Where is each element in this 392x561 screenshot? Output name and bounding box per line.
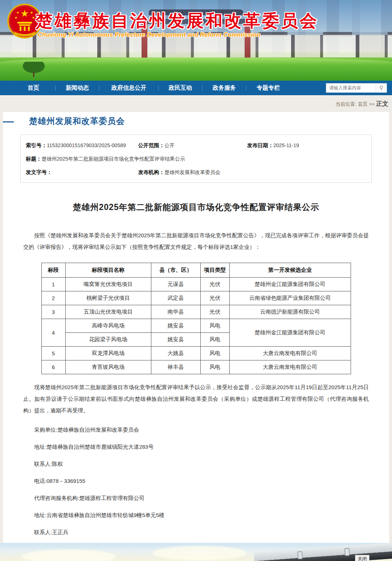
cell-project: 高峰寺风电场	[65, 319, 151, 332]
cell-company: 云南德沪新能源有限公司	[229, 305, 351, 319]
cell-segment: 3	[41, 305, 65, 319]
meta-empty	[247, 169, 366, 176]
nav-items: 首页 新闻动态 政府信息公开 政民互动 政务服务 专题专栏	[0, 81, 326, 95]
nav-divider	[55, 85, 56, 91]
cell-county: 禄丰县	[151, 360, 200, 374]
col-header-county: 县（市、区）	[151, 263, 200, 277]
cell-county: 元谋县	[151, 277, 200, 291]
table-row: 5 双龙潭风电场 大姚县 风电 大唐云南发电有限公司	[41, 346, 351, 360]
meta-agency: 发布机构：楚雄州发展和改革委员会	[138, 169, 247, 176]
breadcrumb-home-link[interactable]: 首页	[358, 101, 368, 107]
meta-index-label: 索引号：	[26, 142, 47, 148]
cell-project: 桃树梁子光伏项目	[65, 291, 151, 305]
search-icon[interactable]: ⚲	[376, 84, 387, 92]
svg-text:★: ★	[32, 16, 35, 20]
article-paragraph-closing: 现将楚雄州2025年第二批新能源项目市场化竞争性配置评审结果予以公示，接受社会监…	[23, 382, 369, 417]
breadcrumb-label: 当前位置:	[335, 101, 356, 107]
breadcrumb-separator: >>	[369, 101, 375, 107]
breadcrumb-current: 正文	[376, 100, 388, 107]
meta-row: 索引号：115323000151679033/2025-00589 公开范围：公…	[26, 142, 366, 149]
nav-divider	[99, 85, 99, 91]
nav-item-interaction[interactable]: 政民互动	[161, 84, 200, 92]
cell-county: 姚安县	[151, 332, 200, 346]
svg-text:★: ★	[30, 11, 33, 15]
meta-scope: 公开范围：公开	[138, 142, 247, 149]
meta-row: 发文字号： 发布机构：楚雄州发展和改革委员会	[26, 169, 366, 176]
cell-type: 风电	[200, 346, 229, 360]
meta-scope-label: 公开范围：	[138, 142, 165, 148]
svg-text:★: ★	[15, 16, 18, 20]
article: 楚雄州2025年第二批新能源项目市场化竞争性配置评审结果公示 按照《楚雄州发展和…	[3, 202, 389, 561]
footer-cloud	[152, 546, 247, 560]
meta-date-value: 2025-11-19	[273, 142, 299, 148]
cell-segment: 5	[41, 346, 65, 360]
breadcrumb: 当前位置: 首页 >> 正文	[335, 100, 388, 108]
cell-project: 双龙潭风电场	[65, 346, 151, 360]
cell-project: 五顶山光伏发电项目	[65, 305, 151, 319]
meta-date-label: 发布日期：	[247, 142, 274, 148]
nav-item-home[interactable]: 首页	[14, 84, 53, 92]
document-meta-box: 索引号：115323000151679033/2025-00589 公开范围：公…	[20, 134, 372, 183]
main-nav: 首页 新闻动态 政府信息公开 政民互动 政务服务 专题专栏 ⚲	[0, 81, 392, 95]
cell-company: 大唐云南发电有限公司	[229, 360, 351, 374]
contact-person-1: 联系人:陈权	[23, 461, 369, 468]
table-row: 6 青苔坡风电场 禄丰县 风电 大唐云南发电有限公司	[41, 360, 351, 374]
nav-item-gov-info[interactable]: 政府信息公开	[102, 84, 156, 92]
cell-segment: 6	[41, 360, 65, 374]
cell-county: 姚安县	[151, 319, 200, 332]
banner-grass	[0, 57, 392, 81]
meta-docno: 发文字号：	[26, 169, 138, 176]
contact-person-2: 联系人:王正兵	[23, 529, 369, 536]
footer-train-image	[254, 543, 392, 561]
site-banner: ★ ★ ★ ★ ★ 楚雄彝族自治州发展和改革委员会 Chuxiong Yi Au…	[0, 0, 392, 81]
train-door	[297, 551, 303, 560]
table-row: 2 桃树梁子光伏项目 武定县 光伏 云南省绿色能源产业集团有限公司	[41, 291, 351, 305]
meta-title: 标题：楚雄州2025年第二批新能源项目市场化竞争性配置评审结果公示	[26, 156, 366, 162]
meta-date: 发布日期：2025-11-19	[247, 142, 366, 149]
contact-phone-1: 电话:0878－3369155	[23, 478, 369, 485]
nav-item-services[interactable]: 政务服务	[205, 84, 244, 92]
table-row: 4 高峰寺风电场 姚安县 风电 楚雄州金江能源集团有限公司	[41, 319, 351, 332]
meta-title-label: 标题：	[26, 156, 42, 162]
nav-item-news[interactable]: 新闻动态	[58, 84, 97, 92]
contact-block: 采购单位:楚雄彝族自治州发展和改革委员会 地址:楚雄彝族自治州楚雄市鹿城镇阳光大…	[23, 427, 369, 561]
content-panel: 楚雄州发展和改革委员会 索引号：115323000151679033/2025-…	[3, 112, 389, 561]
results-table: 标段 标段项目名称 县（市、区） 项目类型 第一开发候选企业 1 嘴窝箐光伏发电…	[41, 263, 351, 374]
meta-agency-value: 楚雄州发展和改革委员会	[164, 169, 220, 175]
cell-company: 大唐云南发电有限公司	[229, 346, 351, 360]
meta-docno-label: 发文字号：	[26, 169, 52, 175]
cell-company: 楚雄州金江能源集团有限公司	[229, 319, 351, 346]
nav-item-topics[interactable]: 专题专栏	[249, 84, 288, 92]
search-input[interactable]	[326, 84, 376, 92]
cell-company: 云南省绿色能源产业集团有限公司	[229, 291, 351, 305]
nav-divider	[202, 85, 203, 91]
site-title: 楚雄彝族自治州发展和改革委员会	[36, 9, 311, 32]
contact-address-2: 地址:云南省楚雄彝族自治州楚雄市轻纺城9幢5单元5楼	[23, 512, 369, 519]
meta-scope-value: 公开	[164, 142, 175, 148]
meta-index-value: 115323000151679033/2025-00589	[47, 142, 126, 148]
cell-county: 大姚县	[151, 346, 200, 360]
cell-county: 武定县	[151, 291, 200, 305]
table-row: 1 嘴窝箐光伏发电项目 元谋县 光伏 楚雄州金江能源集团有限公司	[41, 277, 351, 291]
footer-cloud	[22, 549, 116, 561]
section-accent-dash	[3, 121, 14, 122]
cell-company: 楚雄州金江能源集团有限公司	[229, 277, 351, 291]
meta-agency-label: 发布机构：	[138, 169, 165, 175]
cell-segment: 1	[41, 277, 65, 291]
close-button[interactable]: 关闭	[355, 555, 369, 561]
nav-divider	[246, 85, 246, 91]
contact-purchaser: 采购单位:楚雄彝族自治州发展和改革委员会	[23, 427, 369, 433]
search-box: ⚲	[326, 83, 387, 93]
cell-project: 嘴窝箐光伏发电项目	[65, 277, 151, 291]
cell-segment: 2	[41, 291, 65, 305]
cell-project: 花园梁子风电场	[65, 332, 151, 346]
col-header-type: 项目类型	[200, 263, 229, 277]
col-header-project: 标段项目名称	[65, 263, 151, 277]
banner-tree	[21, 62, 46, 74]
cell-type: 风电	[200, 360, 229, 374]
article-title: 楚雄州2025年第二批新能源项目市场化竞争性配置评审结果公示	[23, 202, 369, 213]
cell-type: 光伏	[200, 305, 229, 319]
page-footer: 关闭	[0, 543, 392, 561]
section-header: 楚雄州发展和改革委员会	[3, 112, 389, 129]
col-header-segment: 标段	[41, 263, 65, 277]
